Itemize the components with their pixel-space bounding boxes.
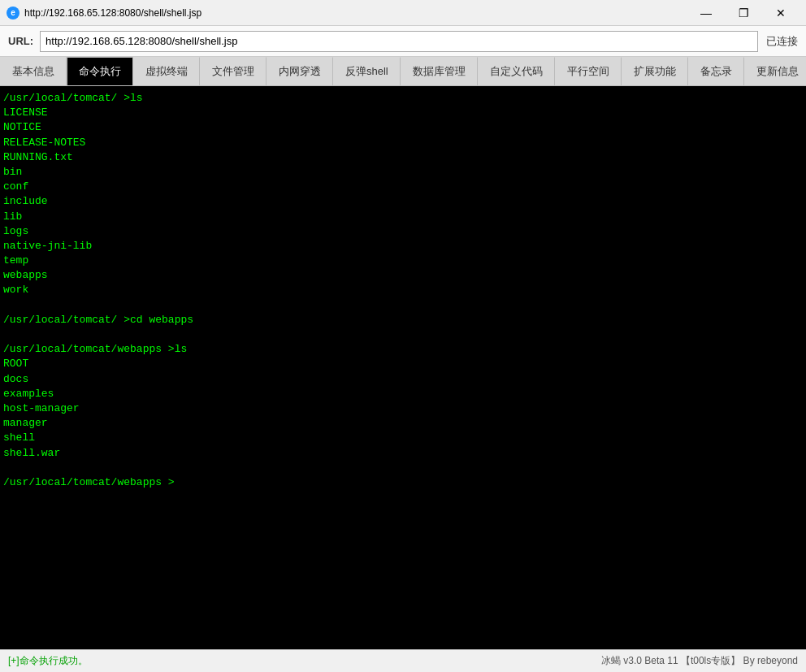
- tab-updates[interactable]: 更新信息: [744, 57, 806, 85]
- connected-badge: 已连接: [766, 34, 798, 49]
- terminal-line: temp: [3, 254, 803, 268]
- terminal-line: manager: [3, 416, 803, 431]
- terminal-line: host-manager: [3, 401, 803, 416]
- tab-cmd[interactable]: 命令执行: [67, 57, 133, 85]
- tab-revshell[interactable]: 反弹shell: [333, 57, 401, 85]
- terminal-line: [3, 327, 803, 342]
- terminal-line: webapps: [3, 268, 803, 283]
- status-left: [+]命令执行成功。: [8, 654, 601, 668]
- terminal-line: /usr/local/tomcat/webapps >ls: [3, 342, 803, 357]
- terminal-line: shell: [3, 431, 803, 445]
- terminal-line: ROOT: [3, 357, 803, 371]
- terminal-line: [3, 461, 803, 475]
- tab-tunnel[interactable]: 内网穿透: [266, 57, 333, 85]
- url-label: URL:: [8, 35, 33, 47]
- restore-button[interactable]: ❐: [725, 0, 762, 26]
- minimize-button[interactable]: —: [687, 0, 725, 26]
- terminal-line: lib: [3, 210, 803, 224]
- terminal-line: conf: [3, 180, 803, 194]
- tab-files[interactable]: 文件管理: [200, 57, 266, 85]
- tab-db[interactable]: 数据库管理: [401, 57, 478, 85]
- title-bar-text: http://192.168.65.128:8080/shell/shell.j…: [24, 7, 687, 19]
- terminal-line: NOTICE: [3, 120, 803, 135]
- terminal-line: shell.war: [3, 446, 803, 461]
- terminal-line: docs: [3, 372, 803, 387]
- terminal-line: work: [3, 283, 803, 297]
- terminal-line: RUNNING.txt: [3, 150, 803, 165]
- terminal-line: LICENSE: [3, 106, 803, 120]
- tab-extend[interactable]: 扩展功能: [622, 57, 688, 85]
- tab-custom[interactable]: 自定义代码: [478, 57, 555, 85]
- terminal-line: native-jni-lib: [3, 239, 803, 254]
- title-bar: e http://192.168.65.128:8080/shell/shell…: [0, 0, 806, 26]
- terminal-line: logs: [3, 224, 803, 239]
- tab-memo[interactable]: 备忘录: [688, 57, 744, 85]
- terminal-line: examples: [3, 387, 803, 401]
- status-right: 冰蝎 v3.0 Beta 11 【t00ls专版】 By rebeyond: [601, 654, 798, 668]
- terminal-line: /usr/local/tomcat/ >cd webapps: [3, 313, 803, 327]
- terminal-line: [3, 298, 803, 313]
- browser-icon: e: [6, 7, 20, 20]
- terminal-line: bin: [3, 165, 803, 180]
- status-bar: [+]命令执行成功。 冰蝎 v3.0 Beta 11 【t00ls专版】 By …: [0, 649, 806, 672]
- url-input[interactable]: [40, 31, 758, 52]
- tab-vterm[interactable]: 虚拟终端: [133, 57, 200, 85]
- tab-basic[interactable]: 基本信息: [0, 57, 67, 85]
- terminal-line: /usr/local/tomcat/ >ls: [3, 91, 803, 106]
- tab-parallel[interactable]: 平行空间: [555, 57, 622, 85]
- tab-bar: 基本信息命令执行虚拟终端文件管理内网穿透反弹shell数据库管理自定义代码平行空…: [0, 57, 806, 86]
- terminal-output[interactable]: /usr/local/tomcat/ >lsLICENSENOTICERELEA…: [0, 86, 806, 649]
- title-bar-controls: — ❐ ✕: [687, 0, 800, 26]
- terminal-line: RELEASE-NOTES: [3, 136, 803, 150]
- close-button[interactable]: ✕: [762, 0, 800, 26]
- terminal-line: include: [3, 194, 803, 209]
- terminal-line: /usr/local/tomcat/webapps >: [3, 475, 803, 490]
- address-bar: URL: 已连接: [0, 26, 806, 57]
